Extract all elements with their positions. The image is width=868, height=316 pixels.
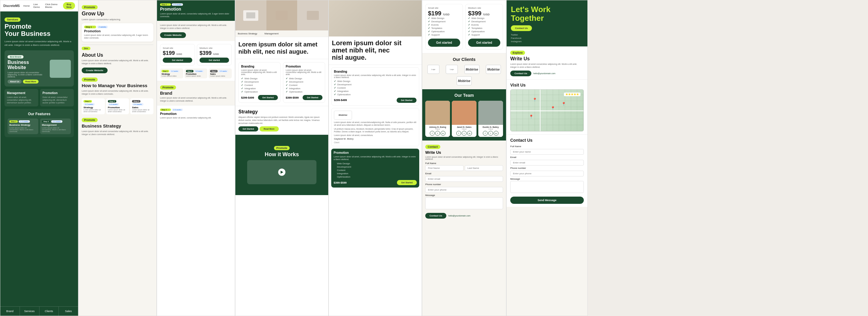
pl-svc5: Optimization [334,175,417,178]
handshake-icon [276,11,288,20]
team-title: Our Team [425,93,503,98]
wus-phone-input[interactable] [425,187,503,193]
hero-title: Promote Your Business [4,23,74,37]
in-icon-1[interactable]: in [441,131,445,136]
feat-mgmt-desc: Lorem ipsum dolor sit consectetur. Morbi… [42,127,69,133]
contact-phone-input[interactable] [510,171,584,176]
social-twitter[interactable]: Twitter [511,33,583,36]
psvc2: Development [286,81,322,83]
promo-hero-title: Promotion [160,7,232,11]
tw-icon-3[interactable]: t [488,131,493,136]
lets-work-title: Let's Work Together [511,5,583,22]
team-name-1: Johnny D. Ewing [427,126,449,128]
tab-clients[interactable]: Clients [39,307,59,316]
wus-contact-btn[interactable]: Contact Us [425,213,446,219]
team-info-3: Dustin G. Bailey Client f t in [478,125,503,137]
client-logo-mobirise2: Mobirise [486,65,501,74]
small-get-started[interactable]: Get started [163,58,192,63]
promo-step1: Step 1 → [84,26,96,28]
contact-name-input[interactable] [510,149,584,155]
mobirise-logo-card: Mobirise Lorem ipsum dolor sit amet, con… [331,108,419,146]
how-title: How it Works [265,151,299,158]
pl-svc2: Development [334,166,417,168]
promo-services: Web Design Development Content Integrati… [286,77,322,93]
contact-message-input[interactable] [510,181,584,193]
social-facebook[interactable]: Facebook [511,37,583,39]
nav-bar: DiscreteMS Home Live Demo Click Demo Blo… [0,0,78,11]
get-started-btn[interactable]: Get Started [239,126,258,132]
fb-icon-2[interactable]: f [456,131,461,136]
team-member-2: Janet D. Gates Client f t in [452,101,476,137]
panel-testimonials: Lorem ipsum dolor sitamet nibh elit, nec… [329,0,422,316]
promo-large-card: Promotion Lorem ipsum dolor sit amet, co… [331,149,419,188]
wus-message-input[interactable] [425,197,503,209]
first-name-input[interactable] [425,165,464,171]
sl3: Step 3 [210,70,218,73]
cl5-text: Mobirise [458,79,470,83]
tab-sales[interactable]: Sales [59,307,78,316]
brand-full-desc: Lorem ipsum dolor sit amet, consectetur … [334,74,416,78]
typing-icon [307,11,319,20]
bf-svc5: Optimization [334,93,416,96]
nav-home[interactable]: Home [23,4,30,7]
medium-get-started[interactable]: Get started [199,58,229,63]
play-button[interactable] [278,169,285,176]
social-links: Twitter Facebook Instagram [511,33,583,43]
ps-f5: Optimization [428,30,460,33]
tab-brand[interactable]: Brand [0,307,20,316]
tw-icon-2[interactable]: t [462,131,467,136]
brand-full-get-started[interactable]: Get Started [397,98,416,103]
how-video-placeholder [247,160,316,184]
nav-live-demo[interactable]: Live Demo [33,3,41,8]
panel-hero-green: DiscreteMS Home Live Demo Click Demo Blo… [0,0,79,316]
sales-steps: Step 3 2-4 weeks [132,100,152,106]
fb-icon-1[interactable]: f [430,131,435,136]
promo-step-desc: Lorem ipsum dolor sit amet, consectetur … [84,34,151,39]
grow-up-desc: Lorem ipsum consectetur adipiscing. [82,18,153,21]
create-website-btn2[interactable]: Create Website [160,32,186,38]
promo-get-started[interactable]: Get Started [303,95,322,100]
feat-steps2: Step 2 1-2 weeks [42,120,69,123]
ps-f1: Web Design [428,17,460,20]
write-us-contact-btn[interactable]: Contact Us [510,70,531,76]
buy-now-button[interactable]: Buy Now [63,2,75,9]
team-photo-1 [425,101,450,125]
in-icon-3[interactable]: in [494,131,498,136]
wus-actions: Contact Us hello@yourdomain.com [425,213,503,219]
tw-icon-1[interactable]: t [435,131,440,136]
contact-us-cta[interactable]: Contact Us [511,25,532,31]
biz-strat-desc: Lorem ipsum dolor sit amet consectetur a… [82,130,153,136]
promo-large-get-started[interactable]: Get Started [397,180,417,185]
testimonial-author: Gayland M. Mcbry [334,138,416,140]
in-icon-2[interactable]: in [467,131,472,136]
social-instagram[interactable]: Instagram [511,40,583,43]
wus-email-input[interactable] [425,176,503,182]
write-us-email[interactable]: hello@yourdomain.com [533,73,555,75]
bf-svc1: Web Design [334,80,416,83]
team-social-2: f t in [453,131,475,136]
step-promo: Step 2 1-2 weeks Promotion Lorem ipsum d… [184,68,208,78]
read-more-button[interactable]: Read More [23,80,38,84]
pricing-small-btn[interactable]: Get started [428,38,460,47]
pl-svc3: Content [334,169,417,172]
contact-email-input[interactable] [510,160,584,166]
pricing-medium-btn[interactable]: Get started [468,38,500,47]
tab-services[interactable]: Services [20,307,39,316]
wus-name-label: Full Name [425,162,503,165]
pm-f6: Support [468,33,500,36]
send-message-button[interactable]: Send Message [510,197,584,204]
branding-get-started[interactable]: Get Started [258,95,278,100]
about-us-button[interactable]: About Us [7,80,22,84]
read-more-btn[interactable]: Read More [259,126,279,132]
time-badge2: 1-2 weeks [51,120,62,123]
nav-blocks[interactable]: Click Demo Blocks [45,3,59,8]
sales-card-desc: Lorem ipsum dolor sit amet consectetur. [132,109,152,112]
features-section: Our Features Step 1 1-2 weeks Business S… [4,109,74,137]
contact-email-label: Email [510,156,584,159]
testimonial-text2: Ut pretium massa arcu, tincidunt, tincid… [334,127,416,133]
last-name-input[interactable] [465,165,503,171]
wus-email-link[interactable]: hello@yourdomain.com [448,215,470,217]
ps-f2: Development [428,20,460,23]
fb-icon-3[interactable]: f [483,131,488,136]
create-website-button[interactable]: Create Website [82,67,107,73]
